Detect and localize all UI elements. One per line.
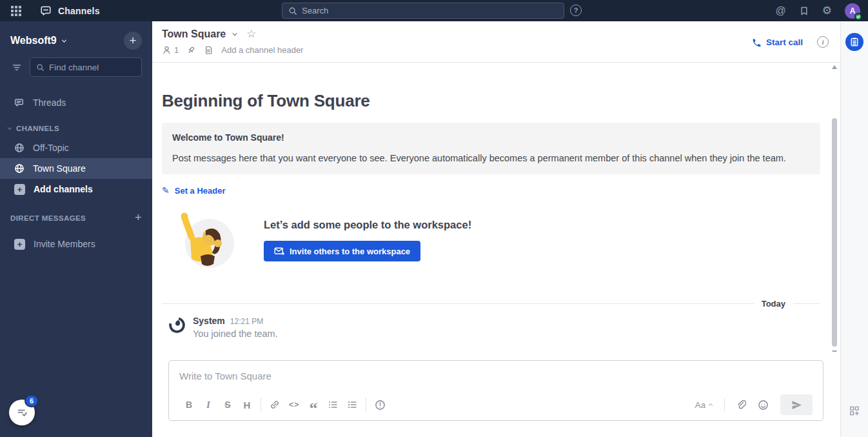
- phone-icon: [752, 37, 762, 47]
- system-message: System 12:21 PM You joined the team.: [162, 316, 820, 339]
- channel-info-icon[interactable]: i: [817, 36, 829, 48]
- message-text: You joined the team.: [193, 329, 278, 339]
- channels-category-header[interactable]: CHANNELS: [0, 113, 152, 137]
- grid-dots: [11, 6, 21, 16]
- channel-members-button[interactable]: 1: [162, 45, 179, 55]
- italic-button[interactable]: I: [199, 396, 218, 414]
- message-list: Beginning of Town Square Welcome to Town…: [152, 63, 840, 352]
- heading-button[interactable]: H: [237, 396, 257, 414]
- message-composer[interactable]: B I S H <> “: [168, 360, 824, 421]
- welcome-card: Welcome to Town Square! Post messages he…: [162, 123, 820, 174]
- message-input[interactable]: [179, 371, 813, 381]
- link-button[interactable]: [265, 396, 284, 414]
- system-logo-icon: [168, 316, 186, 334]
- sidebar-item-threads[interactable]: Threads: [0, 92, 152, 113]
- numbered-list-button[interactable]: [342, 396, 362, 414]
- start-call-button[interactable]: Start call: [752, 37, 803, 47]
- formatting-toggle-button[interactable]: Aa: [691, 400, 718, 410]
- send-icon: [791, 400, 802, 411]
- emoji-button[interactable]: [753, 396, 773, 414]
- mentions-icon[interactable]: @: [776, 5, 786, 17]
- plus-box-icon: +: [14, 239, 25, 250]
- add-channels-button[interactable]: + Add channels: [0, 179, 152, 199]
- scroll-up-icon[interactable]: [832, 65, 837, 69]
- help-icon[interactable]: ?: [570, 5, 582, 16]
- threads-icon: [14, 97, 25, 108]
- strikethrough-button[interactable]: S: [218, 396, 237, 414]
- channel-header: Town Square ☆ 1 Add a channel header: [152, 21, 840, 63]
- channel-name[interactable]: Town Square: [162, 28, 226, 40]
- welcome-body: Post messages here that you want everyon…: [172, 153, 810, 163]
- find-channel-input[interactable]: [49, 63, 135, 72]
- find-channel-box[interactable]: [30, 57, 142, 77]
- member-count: 1: [174, 45, 179, 55]
- tasks-badge: 6: [25, 394, 39, 407]
- bold-button[interactable]: B: [179, 396, 199, 414]
- checklist-icon: [16, 407, 28, 418]
- direct-messages-category-header[interactable]: DIRECT MESSAGES +: [0, 199, 152, 230]
- channel-sidebar: Websoft9 + Threads CHANNELS: [0, 21, 152, 437]
- pencil-icon: ✎: [162, 185, 170, 196]
- settings-gear-icon[interactable]: ⚙: [822, 5, 832, 16]
- product-label: Channels: [58, 6, 100, 16]
- search-input[interactable]: [302, 6, 558, 15]
- sidebar-item-town-square[interactable]: Town Square: [0, 158, 152, 179]
- online-status-icon: [854, 13, 862, 21]
- search-icon: [288, 6, 297, 15]
- app-marketplace-icon[interactable]: [849, 405, 860, 416]
- sidebar-item-off-topic[interactable]: Off-Topic: [0, 137, 152, 158]
- message-scrollbar: [831, 63, 838, 352]
- pinned-posts-icon[interactable]: [186, 45, 196, 55]
- message-priority-button[interactable]: [370, 396, 390, 414]
- add-browse-channels-button[interactable]: +: [124, 32, 142, 50]
- plus-box-icon: +: [14, 184, 25, 195]
- channels-product-icon: [40, 5, 53, 17]
- favorite-star-icon[interactable]: ☆: [246, 27, 256, 41]
- channel-files-icon[interactable]: [204, 45, 213, 55]
- invite-members-button[interactable]: + Invite Members: [0, 234, 152, 254]
- channel-intro-heading: Beginning of Town Square: [162, 91, 820, 111]
- team-menu[interactable]: Websoft9: [10, 35, 68, 46]
- chevron-down-icon: [6, 125, 13, 132]
- chevron-up-icon: [707, 401, 714, 408]
- channel-filter-icon[interactable]: [8, 58, 26, 76]
- chevron-down-icon[interactable]: [231, 30, 239, 38]
- scrollbar-thumb[interactable]: [832, 118, 837, 347]
- global-header: Channels ? @ ⚙ A: [0, 0, 868, 21]
- user-avatar[interactable]: A: [845, 3, 860, 19]
- add-direct-message-icon[interactable]: +: [135, 211, 142, 225]
- global-search[interactable]: [282, 3, 564, 19]
- bulleted-list-button[interactable]: [323, 396, 342, 414]
- envelope-plus-icon: [274, 246, 284, 256]
- product-switcher[interactable]: Channels: [40, 5, 100, 17]
- person-icon: [162, 45, 172, 55]
- welcome-title: Welcome to Town Square!: [172, 132, 810, 143]
- message-author[interactable]: System: [193, 316, 225, 326]
- onboarding-tasks-button[interactable]: 6: [9, 400, 35, 425]
- code-button[interactable]: <>: [284, 396, 304, 414]
- globe-icon: [14, 143, 25, 153]
- message-timestamp[interactable]: 12:21 PM: [230, 317, 263, 326]
- invite-heading: Let’s add some people to the workspace!: [264, 219, 471, 231]
- invite-illustration: [181, 211, 235, 269]
- blockquote-button[interactable]: “: [304, 396, 323, 414]
- send-button[interactable]: [780, 394, 813, 415]
- globe-icon: [14, 163, 25, 174]
- scroll-down-icon[interactable]: [832, 351, 837, 352]
- attachment-button[interactable]: [731, 396, 751, 414]
- search-icon: [36, 63, 44, 72]
- product-menu-icon[interactable]: [8, 3, 25, 19]
- saved-posts-icon[interactable]: [799, 6, 809, 16]
- chevron-down-icon: [61, 37, 68, 45]
- invite-others-button[interactable]: Invite others to the workspace: [264, 241, 420, 261]
- playbooks-app-icon[interactable]: [845, 33, 863, 51]
- date-divider-label[interactable]: Today: [754, 299, 793, 309]
- app-bar: [840, 21, 868, 437]
- date-divider: Today: [162, 299, 820, 309]
- set-header-button[interactable]: ✎ Set a Header: [162, 185, 820, 196]
- add-channel-header-button[interactable]: Add a channel header: [221, 45, 303, 55]
